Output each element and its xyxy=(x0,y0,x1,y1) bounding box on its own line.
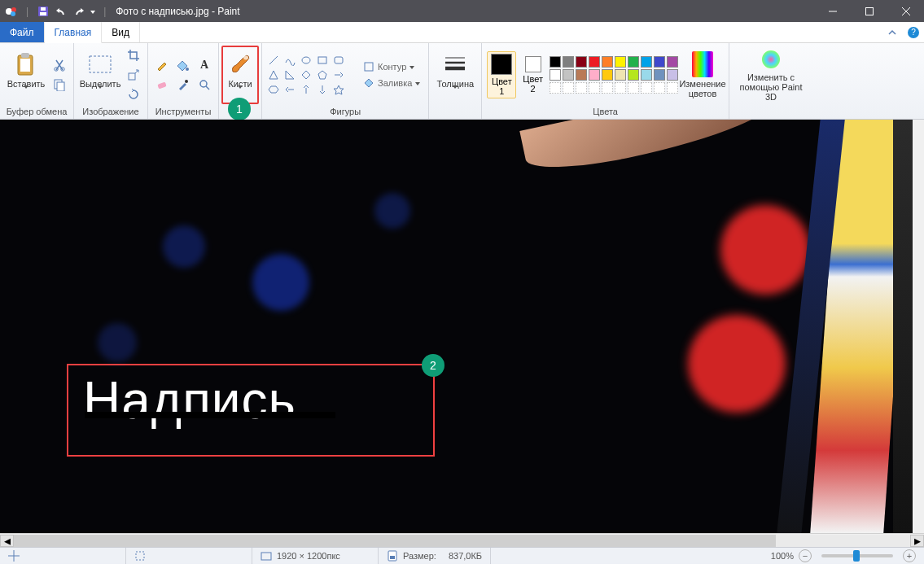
eraser-tool[interactable] xyxy=(153,76,171,94)
zoom-in-button[interactable]: + xyxy=(903,549,916,562)
group-shapes: Контур Заливка Фигуры xyxy=(262,43,429,119)
status-filesize: Размер: 837,0КБ xyxy=(379,548,491,564)
paint-3d-button[interactable]: Изменить с помощью Paint 3D xyxy=(734,48,808,102)
palette-swatch[interactable] xyxy=(576,56,587,68)
minimize-ribbon-button[interactable] xyxy=(882,22,903,42)
palette-swatch[interactable] xyxy=(602,56,613,68)
palette-swatch[interactable] xyxy=(628,69,639,81)
pencil-tool[interactable] xyxy=(153,56,171,74)
close-button[interactable] xyxy=(887,0,924,22)
group-image: Выделить Изображение xyxy=(74,43,148,119)
palette-swatch-empty[interactable] xyxy=(563,82,574,94)
maximize-button[interactable] xyxy=(851,0,887,22)
zoom-out-button[interactable]: − xyxy=(799,549,812,562)
palette-swatch[interactable] xyxy=(576,69,587,81)
shape-outline-button[interactable]: Контур xyxy=(360,59,423,74)
palette-swatch-empty[interactable] xyxy=(615,82,626,94)
magnifier-tool[interactable] xyxy=(195,76,213,94)
palette-swatch[interactable] xyxy=(667,69,678,81)
tab-view[interactable]: Вид xyxy=(102,22,140,42)
canvas[interactable]: Надпись 2 xyxy=(0,120,913,533)
palette-swatch-empty[interactable] xyxy=(576,82,587,94)
brushes-button[interactable]: Кисти 1 xyxy=(221,46,259,104)
color-2[interactable]: Цвет 2 xyxy=(519,55,546,95)
palette-swatch-empty[interactable] xyxy=(550,82,561,94)
svg-rect-12 xyxy=(20,59,30,72)
svg-line-23 xyxy=(206,86,209,90)
shapes-gallery[interactable] xyxy=(267,54,345,96)
minimize-button[interactable] xyxy=(814,0,851,22)
palette-swatch-empty[interactable] xyxy=(641,82,652,94)
palette-swatch[interactable] xyxy=(641,69,652,81)
overlay-text: Надпись xyxy=(68,365,433,435)
group-tools: A Инструменты xyxy=(148,43,219,119)
svg-marker-29 xyxy=(269,71,278,79)
svg-rect-43 xyxy=(261,553,271,560)
palette-swatch[interactable] xyxy=(628,56,639,68)
tab-home[interactable]: Главная xyxy=(45,22,103,43)
palette-swatch[interactable] xyxy=(589,56,600,68)
status-selection xyxy=(126,548,252,564)
redo-icon[interactable] xyxy=(72,5,85,18)
cut-button[interactable] xyxy=(50,56,68,74)
palette-swatch[interactable] xyxy=(654,69,665,81)
palette-swatch[interactable] xyxy=(550,69,561,81)
select-button[interactable]: Выделить xyxy=(79,48,121,102)
svg-rect-17 xyxy=(90,56,111,72)
resize-button[interactable] xyxy=(125,66,142,84)
palette-swatch-empty[interactable] xyxy=(667,82,678,94)
svg-rect-20 xyxy=(157,81,166,89)
text-tool[interactable]: A xyxy=(195,56,213,74)
color-palette[interactable] xyxy=(550,56,678,94)
palette-swatch-empty[interactable] xyxy=(654,82,665,94)
save-icon[interactable] xyxy=(37,5,50,18)
svg-rect-18 xyxy=(129,73,135,80)
shape-fill-button[interactable]: Заливка xyxy=(360,76,423,90)
palette-swatch[interactable] xyxy=(563,56,574,68)
qat-more-icon[interactable] xyxy=(90,11,95,14)
copy-button[interactable] xyxy=(50,76,68,94)
svg-point-26 xyxy=(302,57,310,63)
palette-swatch[interactable] xyxy=(563,69,574,81)
vertical-scrollbar[interactable] xyxy=(913,120,924,533)
svg-rect-16 xyxy=(57,82,64,91)
svg-point-21 xyxy=(185,80,188,83)
svg-line-25 xyxy=(269,56,278,64)
fill-tool[interactable] xyxy=(174,56,192,74)
horizontal-scrollbar[interactable]: ◂ ▸ xyxy=(0,533,924,547)
palette-swatch[interactable] xyxy=(667,56,678,68)
ribbon-tabs: Файл Главная Вид ? xyxy=(0,22,924,43)
zoom-slider[interactable] xyxy=(821,554,893,557)
rotate-button[interactable] xyxy=(125,85,142,103)
svg-marker-31 xyxy=(302,71,310,79)
palette-swatch[interactable] xyxy=(654,56,665,68)
palette-swatch[interactable] xyxy=(615,56,626,68)
ribbon: Вставить Буфер обмена Выделить Изображен… xyxy=(0,43,924,120)
palette-swatch[interactable] xyxy=(641,56,652,68)
palette-swatch-empty[interactable] xyxy=(628,82,639,94)
crop-button[interactable] xyxy=(125,46,142,64)
edit-colors-button[interactable]: Изменение цветов xyxy=(681,48,724,102)
svg-rect-5 xyxy=(41,7,46,11)
help-button[interactable]: ? xyxy=(903,22,924,42)
palette-swatch-empty[interactable] xyxy=(602,82,613,94)
picker-tool[interactable] xyxy=(174,76,192,94)
color-1[interactable]: Цвет 1 xyxy=(487,51,516,98)
status-bar: 1920 × 1200пкс Размер: 837,0КБ 100% − + xyxy=(0,547,924,564)
palette-swatch[interactable] xyxy=(615,69,626,81)
palette-swatch[interactable] xyxy=(602,69,613,81)
group-image-label: Изображение xyxy=(79,105,142,119)
palette-swatch[interactable] xyxy=(550,56,561,68)
tab-file[interactable]: Файл xyxy=(0,22,45,42)
undo-icon[interactable] xyxy=(55,5,68,18)
status-cursor-pos xyxy=(0,548,126,564)
palette-swatch[interactable] xyxy=(589,69,600,81)
svg-rect-28 xyxy=(335,57,343,63)
svg-point-22 xyxy=(200,81,207,87)
thickness-button[interactable]: Толщина xyxy=(434,48,476,102)
svg-rect-27 xyxy=(318,57,326,63)
paste-button[interactable]: Вставить xyxy=(5,48,47,102)
palette-swatch-empty[interactable] xyxy=(589,82,600,94)
svg-point-1 xyxy=(11,7,16,12)
svg-rect-42 xyxy=(136,552,144,560)
